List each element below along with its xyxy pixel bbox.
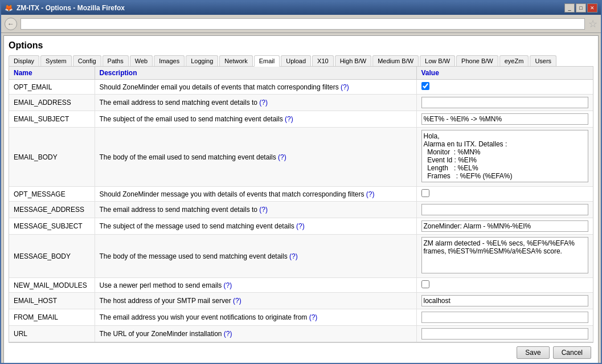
row-value-cell xyxy=(416,326,593,342)
row-description: The body of the message used to send mat… xyxy=(95,235,416,278)
value-input[interactable] xyxy=(421,204,589,215)
cancel-button[interactable]: Cancel xyxy=(553,346,591,359)
bookmark-icon[interactable]: ☆ xyxy=(588,18,597,30)
value-checkbox[interactable] xyxy=(421,280,429,288)
row-name: FROM_EMAIL xyxy=(9,309,95,326)
col-header-description: Description xyxy=(95,67,416,80)
table-row: OPT_EMAILShould ZoneMinder email you det… xyxy=(9,80,593,95)
table-row: URLThe URL of your ZoneMinder installati… xyxy=(9,326,593,342)
tab-images[interactable]: Images xyxy=(154,55,185,66)
table-row: MESSAGE_BODYThe body of the message used… xyxy=(9,235,593,278)
row-name: OPT_MESSAGE xyxy=(9,187,95,202)
row-name: MESSAGE_ADDRESS xyxy=(9,202,95,218)
row-name: URL xyxy=(9,326,95,342)
row-value-cell xyxy=(416,80,593,95)
row-name: OPT_EMAIL xyxy=(9,80,95,95)
tab-system[interactable]: System xyxy=(40,55,72,66)
row-name: MESSAGE_SUBJECT xyxy=(9,218,95,235)
table-row: EMAIL_BODYThe body of the email used to … xyxy=(9,128,593,187)
row-value-cell xyxy=(416,128,593,187)
tab-network[interactable]: Network xyxy=(219,55,252,66)
main-content: Options DisplaySystemConfigPathsWebImage… xyxy=(3,35,599,364)
help-link[interactable]: (?) xyxy=(341,83,349,91)
row-description: The subject of the email used to send ma… xyxy=(95,111,416,128)
tab-medium-b-w[interactable]: Medium B/W xyxy=(372,55,419,66)
value-checkbox[interactable] xyxy=(421,82,429,90)
value-input[interactable] xyxy=(421,312,589,323)
tab-paths[interactable]: Paths xyxy=(103,55,129,66)
row-value-cell xyxy=(416,111,593,128)
help-link[interactable]: (?) xyxy=(285,115,293,123)
row-description: Should ZoneMinder email you details of e… xyxy=(95,80,416,95)
value-input[interactable] xyxy=(421,113,589,125)
footer: Save Cancel xyxy=(9,342,593,362)
tab-web[interactable]: Web xyxy=(130,55,153,66)
row-description: The host address of your SMTP mail serve… xyxy=(95,293,416,309)
tab-email[interactable]: Email xyxy=(254,55,280,67)
minimize-button[interactable]: _ xyxy=(564,3,575,13)
tab-logging[interactable]: Logging xyxy=(186,55,218,66)
row-description: The email address to send matching event… xyxy=(95,202,416,218)
tab-x10[interactable]: X10 xyxy=(312,55,334,66)
help-link[interactable]: (?) xyxy=(224,330,232,338)
tab-phone-b-w[interactable]: Phone B/W xyxy=(456,55,498,66)
value-textarea[interactable] xyxy=(421,237,589,273)
row-description: The email address to send matching event… xyxy=(95,95,416,111)
row-name: NEW_MAIL_MODULES xyxy=(9,278,95,293)
help-link[interactable]: (?) xyxy=(309,313,318,321)
tab-display[interactable]: Display xyxy=(9,55,39,66)
tab-low-b-w[interactable]: Low B/W xyxy=(420,55,455,66)
window-controls: _ □ ✕ xyxy=(564,3,597,13)
row-value-cell xyxy=(416,187,593,202)
row-description: Use a newer perl method to send emails (… xyxy=(95,278,416,293)
row-value-cell xyxy=(416,235,593,278)
table-row: EMAIL_ADDRESSThe email address to send m… xyxy=(9,95,593,111)
help-link[interactable]: (?) xyxy=(259,206,268,214)
close-button[interactable]: ✕ xyxy=(587,3,597,13)
table-row: EMAIL_HOSTThe host address of your SMTP … xyxy=(9,293,593,309)
value-input[interactable] xyxy=(421,328,589,340)
value-input[interactable] xyxy=(421,295,589,306)
tab-upload[interactable]: Upload xyxy=(281,55,311,66)
options-table-container: Name Description Value OPT_EMAILShould Z… xyxy=(9,67,593,342)
tab-users[interactable]: Users xyxy=(530,55,556,66)
save-button[interactable]: Save xyxy=(517,346,549,359)
help-link[interactable]: (?) xyxy=(289,252,298,260)
row-value-cell xyxy=(416,95,593,111)
table-row: MESSAGE_SUBJECTThe subject of the messag… xyxy=(9,218,593,235)
help-link[interactable]: (?) xyxy=(233,297,241,305)
row-name: EMAIL_BODY xyxy=(9,128,95,187)
title-bar: 🦊 ZM-ITX - Options - Mozilla Firefox _ □… xyxy=(1,1,601,15)
value-input[interactable] xyxy=(421,220,589,232)
row-name: EMAIL_ADDRESS xyxy=(9,95,95,111)
row-description: Should ZoneMinder message you with detai… xyxy=(95,187,416,202)
tab-high-b-w[interactable]: High B/W xyxy=(335,55,371,66)
row-name: EMAIL_SUBJECT xyxy=(9,111,95,128)
help-link[interactable]: (?) xyxy=(224,281,232,289)
help-link[interactable]: (?) xyxy=(259,99,268,107)
value-input[interactable] xyxy=(421,97,589,108)
row-value-cell xyxy=(416,278,593,293)
row-description: The body of the email used to send match… xyxy=(95,128,416,187)
table-header-row: Name Description Value xyxy=(9,67,593,80)
address-bar[interactable]: /index.php?view=options&tab=mail xyxy=(21,18,585,30)
row-description: The subject of the message used to send … xyxy=(95,218,416,235)
table-row: EMAIL_SUBJECTThe subject of the email us… xyxy=(9,111,593,128)
table-row: MESSAGE_ADDRESSThe email address to send… xyxy=(9,202,593,218)
help-link[interactable]: (?) xyxy=(296,222,305,230)
browser-icon: 🦊 xyxy=(5,4,13,12)
maximize-button[interactable]: □ xyxy=(576,3,586,13)
value-checkbox[interactable] xyxy=(421,189,429,197)
tab-config[interactable]: Config xyxy=(73,55,101,66)
back-button[interactable]: ← xyxy=(5,18,17,30)
value-textarea[interactable] xyxy=(421,130,589,182)
help-link[interactable]: (?) xyxy=(278,153,286,161)
row-value-cell xyxy=(416,202,593,218)
window-title: ZM-ITX - Options - Mozilla Firefox xyxy=(17,4,125,12)
row-description: The email address you wish your event no… xyxy=(95,309,416,326)
table-row: OPT_MESSAGEShould ZoneMinder message you… xyxy=(9,187,593,202)
help-link[interactable]: (?) xyxy=(366,190,375,198)
tab-eyezm[interactable]: eyeZm xyxy=(499,55,529,66)
table-row: NEW_MAIL_MODULESUse a newer perl method … xyxy=(9,278,593,293)
page-title: Options xyxy=(9,40,593,51)
